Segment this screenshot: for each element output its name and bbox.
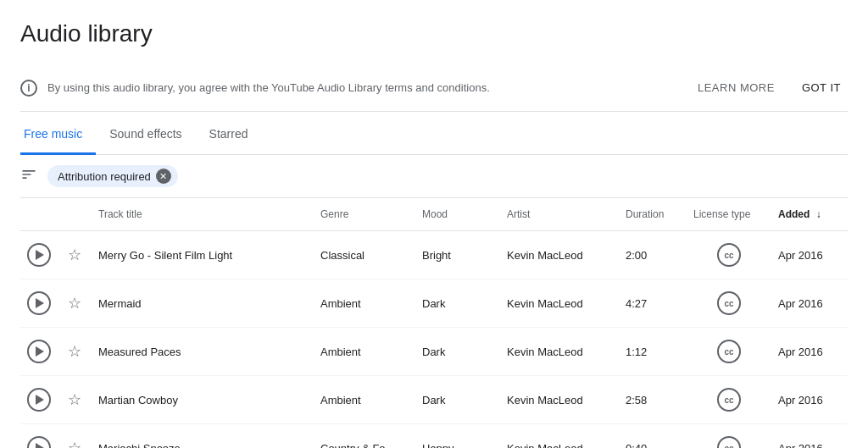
track-added: Apr 2016 (771, 424, 848, 449)
attribution-filter-chip: Attribution required ✕ (47, 165, 178, 187)
track-mood: Dark (415, 328, 500, 376)
track-license: cc (687, 376, 771, 424)
table-header-row: Track title Genre Mood Artist Duration L… (20, 198, 848, 231)
cc-license-badge: cc (717, 291, 741, 315)
track-license: cc (687, 279, 771, 328)
col-header-play (20, 198, 58, 231)
page-title: Audio library (20, 20, 848, 47)
cc-license-badge: cc (717, 436, 741, 448)
track-duration: 0:40 (619, 424, 687, 449)
track-artist: Kevin MacLeod (500, 279, 619, 328)
track-mood: Dark (415, 376, 500, 424)
learn-more-button[interactable]: LEARN MORE (691, 75, 782, 101)
filter-bar: Attribution required ✕ (20, 155, 848, 198)
track-mood: Happy (415, 424, 500, 449)
play-cell (20, 231, 58, 279)
star-cell: ☆ (58, 376, 92, 424)
track-title: Mermaid (92, 279, 314, 328)
track-added: Apr 2016 (771, 376, 848, 424)
track-title: Martian Cowboy (92, 376, 314, 424)
table-row: ☆ Mermaid Ambient Dark Kevin MacLeod 4:2… (20, 279, 848, 328)
star-button[interactable]: ☆ (64, 245, 85, 265)
cc-license-badge: cc (717, 243, 741, 267)
track-duration: 2:00 (619, 231, 687, 279)
play-icon (36, 250, 44, 260)
tab-free-music[interactable]: Free music (20, 115, 96, 155)
play-icon (36, 298, 44, 308)
filter-icon[interactable] (20, 166, 37, 187)
star-button[interactable]: ☆ (64, 438, 85, 448)
play-icon (36, 443, 44, 448)
star-cell: ☆ (58, 231, 92, 279)
track-added: Apr 2016 (771, 231, 848, 279)
info-banner: i By using this audio library, you agree… (20, 64, 848, 112)
col-header-genre[interactable]: Genre (314, 198, 415, 231)
tracks-table: Track title Genre Mood Artist Duration L… (20, 198, 848, 448)
table-row: ☆ Martian Cowboy Ambient Dark Kevin MacL… (20, 376, 848, 424)
star-button[interactable]: ☆ (64, 390, 85, 410)
play-icon (36, 395, 44, 405)
col-header-license[interactable]: License type (687, 198, 771, 231)
got-it-button[interactable]: GOT IT (795, 75, 848, 101)
track-license: cc (687, 424, 771, 449)
track-artist: Kevin MacLeod (500, 328, 619, 376)
col-header-duration[interactable]: Duration (619, 198, 687, 231)
col-header-added[interactable]: Added ↓ (771, 198, 848, 231)
track-mood: Dark (415, 279, 500, 328)
play-button[interactable] (27, 291, 51, 315)
track-artist: Kevin MacLeod (500, 376, 619, 424)
cc-license-badge: cc (717, 388, 741, 412)
play-icon (36, 346, 44, 357)
track-genre: Ambient (314, 328, 415, 376)
track-duration: 4:27 (619, 279, 687, 328)
track-added: Apr 2016 (771, 279, 848, 328)
tab-bar: Free music Sound effects Starred (20, 115, 848, 155)
track-license: cc (687, 328, 771, 376)
track-genre: Ambient (314, 279, 415, 328)
play-cell (20, 328, 58, 376)
track-title: Measured Paces (92, 328, 314, 376)
filter-chip-close[interactable]: ✕ (156, 169, 171, 184)
track-artist: Kevin MacLeod (500, 424, 619, 449)
col-header-mood[interactable]: Mood (415, 198, 500, 231)
star-button[interactable]: ☆ (64, 341, 85, 362)
play-cell (20, 376, 58, 424)
star-cell: ☆ (58, 328, 92, 376)
banner-text: By using this audio library, you agree w… (47, 81, 691, 94)
track-duration: 2:58 (619, 376, 687, 424)
track-genre: Country & Fo... (314, 424, 415, 449)
col-header-star (58, 198, 92, 231)
track-added: Apr 2016 (771, 328, 848, 376)
banner-actions: LEARN MORE GOT IT (691, 75, 848, 101)
star-cell: ☆ (58, 424, 92, 449)
play-cell (20, 424, 58, 449)
play-button[interactable] (27, 340, 51, 363)
star-button[interactable]: ☆ (64, 293, 85, 313)
tab-sound-effects[interactable]: Sound effects (96, 115, 195, 155)
tab-starred[interactable]: Starred (196, 115, 262, 155)
sort-arrow-icon: ↓ (816, 208, 821, 220)
track-title: Merry Go - Silent Film Light (92, 231, 314, 279)
col-header-title[interactable]: Track title (92, 198, 314, 231)
play-button[interactable] (27, 388, 51, 412)
track-genre: Ambient (314, 376, 415, 424)
table-row: ☆ Merry Go - Silent Film Light Classical… (20, 231, 848, 279)
cc-license-badge: cc (717, 340, 741, 363)
track-license: cc (687, 231, 771, 279)
track-title: Mariachi Snooze (92, 424, 314, 449)
table-row: ☆ Mariachi Snooze Country & Fo... Happy … (20, 424, 848, 449)
star-cell: ☆ (58, 279, 92, 328)
track-duration: 1:12 (619, 328, 687, 376)
track-mood: Bright (415, 231, 500, 279)
play-cell (20, 279, 58, 328)
info-icon: i (20, 80, 37, 97)
col-header-artist[interactable]: Artist (500, 198, 619, 231)
play-button[interactable] (27, 436, 51, 448)
table-row: ☆ Measured Paces Ambient Dark Kevin MacL… (20, 328, 848, 376)
play-button[interactable] (27, 243, 51, 267)
track-artist: Kevin MacLeod (500, 231, 619, 279)
filter-chip-label: Attribution required (58, 170, 151, 183)
track-genre: Classical (314, 231, 415, 279)
